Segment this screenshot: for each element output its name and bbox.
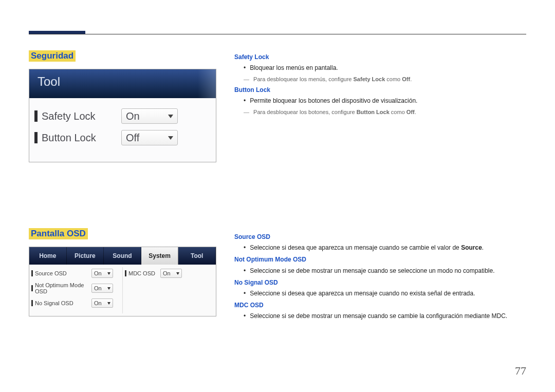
chevron-down-icon [107, 287, 110, 290]
bullet-text: . [482, 244, 484, 251]
tab-tool[interactable]: Tool [178, 247, 216, 265]
chevron-down-icon [176, 272, 179, 275]
note-text: . [415, 109, 416, 115]
pantalla-description: Source OSD Seleccione si desea que apare… [234, 231, 519, 324]
chevron-down-icon [168, 136, 173, 140]
pantalla-title: Pantalla OSD [29, 228, 88, 239]
safety-lock-heading: Safety Lock [234, 52, 519, 62]
not-optimum-row: Not Optimum Mode OSD On [31, 282, 120, 294]
page-number: 77 [515, 364, 526, 378]
safety-lock-value: On [126, 110, 140, 122]
osd-body: Source OSD On Not Optimum Mode OSD On No… [29, 265, 216, 316]
chevron-down-icon [107, 272, 110, 275]
mdc-osd-row: MDC OSD On [125, 269, 214, 278]
not-optimum-label: Not Optimum Mode OSD [35, 282, 91, 294]
button-lock-bullet: Permite bloquear los botones del disposi… [244, 96, 519, 106]
no-signal-heading: No Signal OSD [234, 278, 519, 288]
dropdown-value: On [163, 270, 171, 276]
button-lock-heading: Button Lock [234, 85, 519, 95]
safety-lock-label: Safety Lock [42, 110, 121, 122]
row-indicator-icon [31, 300, 33, 306]
button-lock-row: Button Lock Off [34, 130, 211, 145]
note-bold: Off [402, 76, 410, 82]
note-text: como [390, 109, 406, 115]
safety-lock-bullet: Bloquear los menús en pantalla. [244, 63, 519, 73]
button-lock-dropdown[interactable]: Off [121, 130, 178, 145]
bullet-text: Seleccione si desea que aparezca un mens… [250, 244, 461, 251]
note-text: Para desbloquear los menús, configure [253, 76, 353, 82]
chevron-down-icon [168, 115, 173, 118]
mdc-osd-heading: MDC OSD [234, 301, 519, 310]
button-lock-value: Off [126, 132, 139, 144]
header-divider [29, 34, 526, 34]
source-osd-bullet: Seleccione si desea que aparezca un mens… [244, 243, 519, 253]
tool-panel: Tool Safety Lock On Button Lock Off [29, 69, 216, 162]
not-optimum-heading: Not Optimum Mode OSD [234, 255, 519, 265]
not-optimum-bullet: Seleccione si se debe mostrar un mensaje… [244, 266, 519, 276]
row-indicator-icon [31, 270, 33, 276]
no-signal-dropdown[interactable]: On [91, 298, 113, 308]
safety-lock-row: Safety Lock On [34, 108, 211, 124]
bullet-bold: Source [461, 244, 482, 251]
dropdown-value: On [94, 300, 102, 306]
button-lock-label: Button Lock [42, 132, 121, 144]
dropdown-value: On [94, 285, 102, 291]
osd-left-column: Source OSD On Not Optimum Mode OSD On No… [29, 265, 122, 316]
tab-system[interactable]: System [141, 247, 179, 265]
section-seguridad: Seguridad Tool Safety Lock On Button Loc… [29, 50, 216, 162]
no-signal-label: No Signal OSD [35, 300, 91, 306]
source-osd-label: Source OSD [35, 270, 91, 276]
tool-panel-body: Safety Lock On Button Lock Off [29, 98, 216, 162]
no-signal-row: No Signal OSD On [31, 298, 120, 308]
mdc-osd-dropdown[interactable]: On [160, 269, 182, 278]
note-text: . [410, 76, 412, 82]
row-indicator-icon [31, 285, 33, 291]
seguridad-title: Seguridad [29, 50, 76, 62]
section-pantalla-osd: Pantalla OSD Home Picture Sound System T… [29, 228, 216, 316]
source-osd-dropdown[interactable]: On [91, 269, 113, 278]
seguridad-description: Safety Lock Bloquear los menús en pantal… [234, 51, 519, 117]
note-bold: Button Lock [357, 109, 390, 115]
tool-panel-title: Tool [29, 69, 216, 98]
tab-picture[interactable]: Picture [67, 247, 104, 265]
chevron-down-icon [107, 302, 110, 305]
not-optimum-dropdown[interactable]: On [91, 284, 113, 293]
note-text: como [385, 76, 402, 82]
safety-lock-dropdown[interactable]: On [121, 108, 178, 124]
note-text: Para desbloquear los botones, configure [253, 109, 357, 115]
safety-lock-note: Para desbloquear los menús, configure Sa… [234, 75, 519, 84]
row-indicator-icon [34, 110, 38, 122]
osd-tabs: Home Picture Sound System Tool [29, 247, 216, 265]
source-osd-row: Source OSD On [31, 269, 120, 278]
note-bold: Off [406, 109, 415, 115]
row-indicator-icon [34, 132, 38, 143]
button-lock-note: Para desbloquear los botones, configure … [234, 108, 519, 117]
source-osd-heading: Source OSD [234, 232, 519, 242]
mdc-osd-label: MDC OSD [128, 270, 160, 276]
mdc-osd-bullet: Seleccione si se debe mostrar un mensaje… [244, 311, 519, 321]
dropdown-value: On [94, 270, 102, 276]
note-bold: Safety Lock [354, 76, 385, 82]
no-signal-bullet: Seleccione si desea que aparezca un mens… [244, 289, 519, 298]
tab-home[interactable]: Home [29, 247, 67, 265]
row-indicator-icon [125, 270, 126, 276]
osd-panel: Home Picture Sound System Tool Source OS… [29, 247, 216, 316]
tab-sound[interactable]: Sound [104, 247, 141, 265]
osd-right-column: MDC OSD On [123, 265, 216, 316]
